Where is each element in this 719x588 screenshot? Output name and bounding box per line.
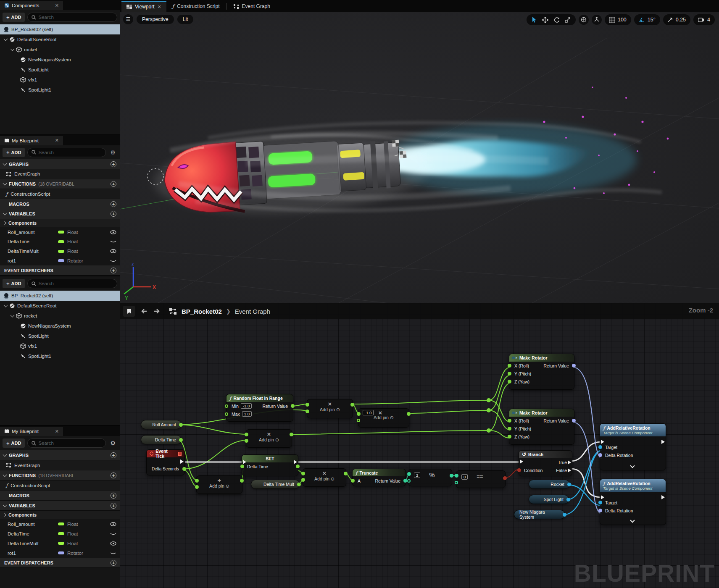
- object-input-pin[interactable]: [598, 445, 602, 449]
- event-graph-item[interactable]: EventGraph: [0, 169, 120, 179]
- world-space-icon[interactable]: [579, 15, 589, 25]
- tree-item-vfx1[interactable]: vfx1: [0, 75, 120, 85]
- add-pin-button[interactable]: Add pin ⊙: [358, 415, 409, 420]
- perspective-button[interactable]: Perspective: [137, 15, 174, 24]
- node-branch[interactable]: ↺Branch True ConditionFalse: [519, 450, 572, 476]
- float-input-pin[interactable]: [508, 427, 511, 430]
- tree-item-defaultsceneroot[interactable]: DefaultSceneRoot: [0, 34, 120, 45]
- add-pin-button[interactable]: Add pin ⊙: [246, 437, 292, 443]
- tab-viewport[interactable]: Viewport ✕: [121, 1, 166, 12]
- node-rocket-ref[interactable]: Rocket: [529, 480, 570, 489]
- add-function-icon[interactable]: +: [111, 181, 116, 187]
- back-button[interactable]: [137, 306, 149, 317]
- move-tool-icon[interactable]: [542, 17, 548, 23]
- exec-output-pin[interactable]: [180, 459, 186, 464]
- int-input-pin[interactable]: [407, 479, 411, 483]
- node-multiply-a[interactable]: × Add pin ⊙: [307, 399, 353, 418]
- tree-item-spotlight[interactable]: SpotLight: [0, 65, 120, 75]
- add-graph-icon[interactable]: +: [111, 452, 116, 458]
- components-search[interactable]: [27, 279, 117, 288]
- visibility-off-icon[interactable]: [110, 239, 116, 244]
- tree-item-rocket[interactable]: rocket: [0, 45, 120, 55]
- variable-row-rot1[interactable]: rot1Rotator: [0, 256, 120, 266]
- add-event-dispatcher-icon[interactable]: +: [111, 560, 116, 566]
- expand-chevron-icon[interactable]: [630, 463, 635, 468]
- object-input-pin[interactable]: [598, 501, 602, 504]
- visibility-on-icon[interactable]: [110, 249, 116, 253]
- float-type-pill[interactable]: [58, 542, 64, 545]
- chevron-down-icon[interactable]: [4, 37, 8, 41]
- rotation-snap-control[interactable]: 15°: [634, 14, 660, 25]
- visibility-off-icon[interactable]: [110, 259, 116, 263]
- close-icon[interactable]: ✕: [55, 138, 59, 143]
- reroute-node[interactable]: [487, 428, 491, 433]
- float-input-pin[interactable]: [508, 364, 511, 368]
- float-type-pill[interactable]: [58, 240, 64, 243]
- node-make-rotator-1[interactable]: Make Rotator X (Roll)Return Value Y (Pit…: [509, 354, 574, 390]
- add-pin-button[interactable]: Add pin ⊙: [307, 407, 353, 412]
- grid-snap-control[interactable]: 100: [605, 14, 631, 25]
- variable-row-deltatime[interactable]: DeltaTimeFloat: [0, 529, 120, 538]
- float-output-pin[interactable]: [297, 483, 301, 486]
- variables-section-header[interactable]: VARIABLES+: [0, 209, 120, 219]
- macros-section-header[interactable]: MACROS+: [0, 199, 120, 209]
- variable-row-deltatimemult[interactable]: DeltaTimeMultFloat: [0, 247, 120, 256]
- tab-event-graph[interactable]: Event Graph: [229, 1, 275, 12]
- float-output-pin[interactable]: [291, 404, 295, 408]
- tree-item-spotlight1[interactable]: SpotLight1: [0, 351, 120, 361]
- rotator-type-pill[interactable]: [58, 259, 64, 262]
- value-input[interactable]: 2: [414, 472, 420, 478]
- add-event-dispatcher-icon[interactable]: +: [111, 268, 116, 273]
- add-component-button[interactable]: +ADD: [3, 279, 25, 288]
- node-random-float-in-range[interactable]: ƒRandom Float in Range Min-1.0Return Val…: [226, 394, 293, 422]
- node-delta-time-mult[interactable]: Delta Time Mult: [251, 480, 300, 489]
- node-set-delta-time[interactable]: SET Delta Time: [242, 454, 298, 476]
- add-component-button[interactable]: +ADD: [3, 13, 25, 22]
- construction-script-item[interactable]: ƒ ConstructionScript: [0, 480, 120, 491]
- event-graph-canvas[interactable]: BP_Rocket02 ❯ Event Graph Zoom -2 BLUEPR…: [120, 303, 719, 588]
- rotator-type-pill[interactable]: [58, 551, 64, 554]
- float-input-pin[interactable]: [306, 403, 309, 407]
- bookmarks-button[interactable]: [123, 306, 135, 317]
- float-output-pin[interactable]: [240, 479, 244, 483]
- add-variable-icon[interactable]: +: [111, 211, 116, 217]
- rotate-tool-icon[interactable]: [553, 17, 560, 23]
- scale-tool-icon[interactable]: [565, 17, 571, 23]
- event-dispatchers-section-header[interactable]: EVENT DISPATCHERS+: [0, 265, 120, 276]
- variable-row-rot1[interactable]: rot1Rotator: [0, 548, 120, 558]
- variable-row-roll-amount[interactable]: Roll_amountFloat: [0, 227, 120, 237]
- expand-chevron-icon[interactable]: [630, 518, 635, 522]
- my-blueprint-search[interactable]: [27, 438, 106, 448]
- node-multiply-b[interactable]: -1.0× Add pin ⊙: [358, 408, 409, 428]
- float-input-pin[interactable]: [508, 380, 511, 383]
- value-input[interactable]: -1.0: [363, 410, 374, 415]
- chevron-down-icon[interactable]: [4, 303, 8, 307]
- tree-item-spotlight[interactable]: SpotLight: [0, 331, 120, 341]
- float-input-pin[interactable]: [306, 410, 309, 413]
- camera-speed-control[interactable]: 0.25: [663, 14, 690, 25]
- tree-item-bp-rocket02[interactable]: BP_Rocket02 (self): [0, 24, 120, 34]
- float-output-pin[interactable]: [350, 403, 354, 407]
- add-function-icon[interactable]: +: [111, 472, 116, 478]
- rotator-output-pin[interactable]: [572, 419, 576, 423]
- reroute-node[interactable]: [487, 398, 491, 402]
- tree-item-vfx1[interactable]: vfx1: [0, 341, 120, 351]
- select-tool-icon[interactable]: [532, 17, 537, 23]
- breadcrumb-current[interactable]: Event Graph: [235, 308, 270, 315]
- variable-row-deltatime[interactable]: DeltaTimeFloat: [0, 237, 120, 247]
- event-graph-item[interactable]: EventGraph: [0, 460, 120, 470]
- bool-input-pin[interactable]: [517, 468, 521, 472]
- variable-row-deltatimemult[interactable]: DeltaTimeMultFloat: [0, 538, 120, 548]
- node-add-relative-rotation-2[interactable]: ƒAddRelativeRotationTarget is Scene Comp…: [600, 479, 666, 525]
- node-new-niagara-system-ref[interactable]: New Niagara System: [514, 510, 565, 519]
- float-input-pin[interactable]: [195, 479, 199, 483]
- viewport-menu-button[interactable]: ☰: [123, 14, 133, 24]
- visibility-on-icon[interactable]: [110, 541, 116, 546]
- add-pin-button[interactable]: Add pin ⊙: [197, 483, 242, 489]
- tree-item-newniagarasystem[interactable]: NewNiagaraSystem: [0, 55, 120, 65]
- tab-construction-script[interactable]: ƒ Construction Script: [167, 1, 225, 12]
- float-output-pin[interactable]: [179, 438, 183, 442]
- float-input-pin[interactable]: [225, 412, 228, 416]
- node-add[interactable]: + Add pin ⊙: [196, 475, 242, 494]
- graphs-section-header[interactable]: GRAPHS+: [0, 159, 120, 169]
